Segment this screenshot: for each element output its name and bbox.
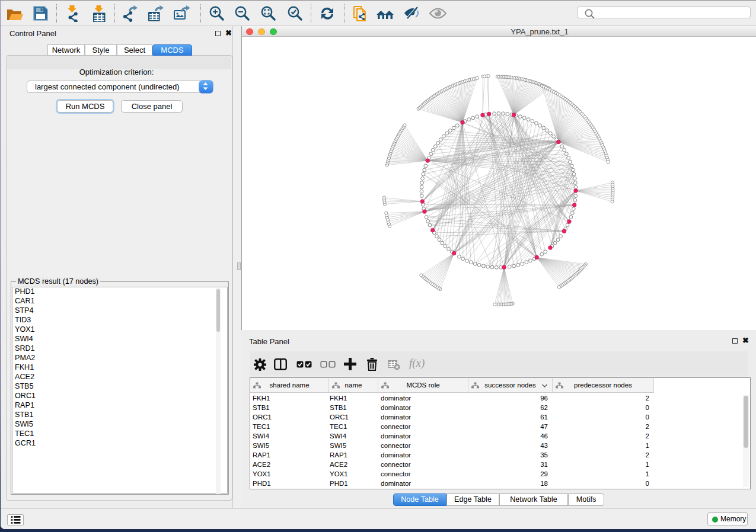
svg-text:f(x): f(x) — [409, 357, 425, 370]
